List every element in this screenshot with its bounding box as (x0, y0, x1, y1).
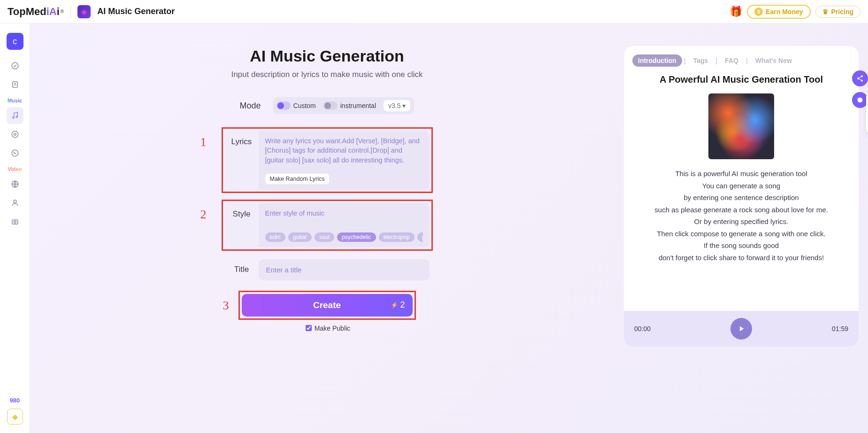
lyrics-input[interactable] (265, 136, 423, 169)
style-tag[interactable]: guitar (288, 232, 312, 242)
header-right: 🎁 $ Earn Money ♛ Pricing (730, 5, 860, 19)
pricing-button[interactable]: ♛ Pricing (815, 6, 860, 18)
time-current: 00:00 (634, 325, 651, 332)
share-button[interactable] (852, 70, 868, 86)
svg-point-12 (14, 221, 16, 224)
logo-accent: iA (46, 6, 57, 18)
info-tabs: Introduction | Tags | FAQ | What's New (632, 54, 850, 67)
style-tags: edm guitar soul psychedelic electropop g… (265, 232, 423, 242)
switch-instrumental[interactable] (323, 101, 338, 110)
coin-icon: $ (754, 8, 763, 16)
sidebar-item-cam[interactable] (7, 213, 23, 230)
sidebar-music-label: Music (8, 98, 22, 103)
chevron-down-icon: ▾ (402, 102, 406, 109)
mode-box: Custom instrumental v3.5 ▾ (273, 97, 415, 114)
logo-prefix: TopMed (8, 6, 46, 18)
switch-custom[interactable] (277, 101, 291, 110)
gift-icon[interactable]: 🎁 (730, 6, 742, 18)
version-label: v3.5 (388, 102, 400, 109)
lightning-icon: ⚡ (391, 302, 398, 309)
style-tag[interactable]: edm (265, 232, 285, 242)
credits-count: 980 (10, 397, 20, 404)
instrumental-label: instrumental (340, 102, 376, 109)
sidebar-item-music[interactable] (7, 107, 23, 124)
earn-label: Earn Money (766, 8, 803, 15)
style-label: Style (225, 203, 259, 247)
mode-label: Mode (240, 101, 266, 111)
header: TopMediAi® ◉ AI Music Generator 🎁 $ Earn… (0, 0, 868, 23)
annotation-1: 1 (200, 135, 207, 149)
sidebar-item-globe[interactable] (7, 176, 23, 193)
annotation-3: 3 (223, 299, 229, 313)
toggle-custom[interactable]: Custom (277, 101, 316, 110)
random-lyrics-button[interactable]: Make Random Lyrics (265, 174, 330, 184)
custom-label: Custom (293, 102, 316, 109)
app-icon: ◉ (77, 5, 91, 18)
style-input[interactable] (265, 209, 423, 228)
info-description: This is a powerful AI music generation t… (632, 168, 850, 263)
right-column: Introduction | Tags | FAQ | What's New A… (624, 23, 868, 433)
tab-tags[interactable]: Tags (688, 54, 714, 67)
logo[interactable]: TopMediAi® (8, 6, 64, 18)
svg-point-14 (857, 77, 859, 79)
page-subtitle: Input description or lyrics to make musi… (231, 70, 422, 79)
create-button[interactable]: Create ⚡ 2 (242, 294, 413, 317)
svg-point-0 (12, 62, 18, 69)
make-public-row[interactable]: Make Public (306, 325, 350, 332)
page-title: AI Music Generation (250, 47, 404, 65)
make-public-label: Make Public (315, 325, 350, 332)
tab-whats-new[interactable]: What's New (750, 54, 798, 67)
style-tag[interactable]: soul (315, 232, 334, 242)
svg-point-4 (12, 117, 14, 118)
app-title: AI Music Generator (97, 7, 175, 16)
cover-art (708, 93, 774, 159)
mode-row: Mode Custom instrumental v3.5 ▾ (240, 97, 415, 114)
divider (70, 6, 71, 17)
toggle-instrumental[interactable]: instrumental (323, 101, 376, 110)
style-tag[interactable]: electropop (379, 232, 415, 242)
svg-point-6 (12, 131, 18, 138)
sidebar-bottom: 980 ◆ (0, 397, 30, 425)
tab-introduction[interactable]: Introduction (632, 54, 682, 67)
crown-icon: ♛ (822, 8, 829, 15)
history-tooltip: Your creation history is here! Got it (866, 92, 868, 134)
lyrics-label: Lyrics (225, 131, 259, 190)
sidebar-item-voice[interactable] (7, 57, 23, 74)
diamond-button[interactable]: ◆ (7, 409, 23, 425)
create-cost: ⚡ 2 (391, 300, 405, 310)
sidebar-item-doc[interactable] (7, 76, 23, 93)
version-select[interactable]: v3.5 ▾ (384, 100, 410, 111)
sidebar-video-label: Video (8, 166, 22, 172)
play-button[interactable] (730, 318, 752, 340)
sidebar-item-disc[interactable] (7, 126, 23, 143)
style-tag[interactable]: gro (417, 232, 423, 242)
earn-money-button[interactable]: $ Earn Money (747, 5, 810, 19)
sidebar-item-home[interactable]: c (7, 33, 23, 50)
lyrics-body: Make Random Lyrics (259, 131, 430, 190)
main: AI Music Generation Input description or… (30, 23, 868, 433)
style-body: edm guitar soul psychedelic electropop g… (259, 203, 430, 247)
lyrics-section: 1 Lyrics Make Random Lyrics (222, 127, 433, 193)
player: 00:00 01:59 (624, 311, 859, 347)
svg-point-15 (861, 80, 863, 82)
logo-reg: ® (61, 9, 64, 14)
pricing-label: Pricing (831, 8, 853, 15)
left-column: AI Music Generation Input description or… (30, 23, 624, 433)
make-public-checkbox[interactable] (306, 325, 312, 331)
title-input[interactable] (259, 259, 430, 280)
info-title: A Powerful AI Music Generation Tool (632, 74, 850, 85)
info-panel: Introduction | Tags | FAQ | What's New A… (624, 46, 859, 347)
sidebar-item-wave[interactable] (7, 145, 23, 162)
sidebar: c Music Video 980 ◆ (0, 23, 30, 433)
tab-faq[interactable]: FAQ (719, 54, 744, 67)
svg-rect-11 (12, 220, 18, 224)
sidebar-item-user[interactable] (7, 194, 23, 211)
create-wrap: 3 Create ⚡ 2 (238, 291, 416, 320)
create-label: Create (313, 300, 341, 310)
style-section: 2 Style edm guitar soul psychedelic elec… (222, 200, 433, 251)
time-total: 01:59 (832, 325, 848, 332)
style-tag[interactable]: psychedelic (337, 232, 376, 242)
title-label: Title (225, 265, 259, 274)
svg-point-7 (14, 133, 16, 136)
svg-point-13 (861, 75, 863, 77)
